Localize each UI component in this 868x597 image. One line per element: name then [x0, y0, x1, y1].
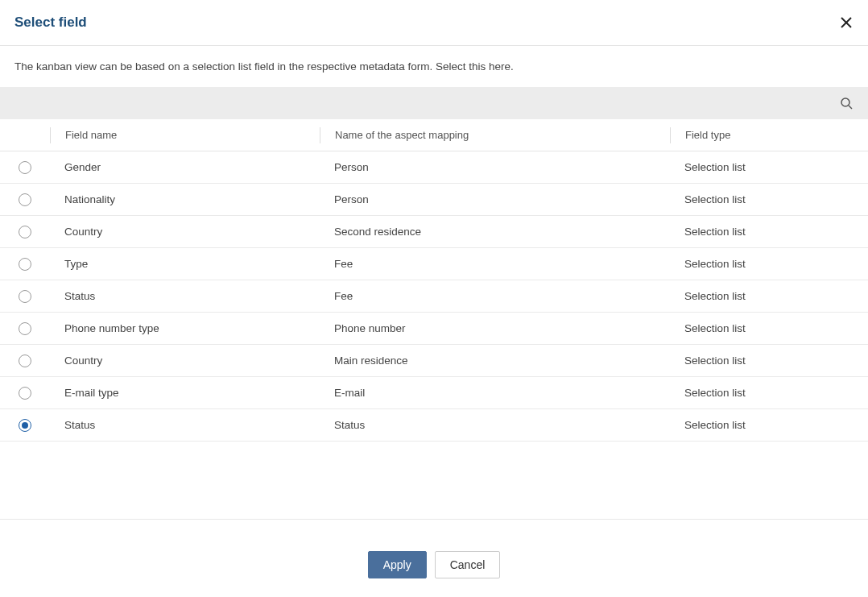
table-row[interactable]: StatusStatusSelection list	[0, 409, 868, 442]
cell-aspect: Person	[320, 161, 670, 173]
table-header: Field name Name of the aspect mapping Fi…	[0, 119, 868, 151]
cell-fieldtype: Selection list	[670, 322, 868, 334]
cell-fieldname: Country	[50, 354, 320, 367]
cell-fieldtype: Selection list	[670, 193, 868, 205]
table-row[interactable]: E-mail typeE-mailSelection list	[0, 377, 868, 409]
apply-button[interactable]: Apply	[368, 551, 427, 578]
cell-fieldname: Country	[50, 226, 320, 238]
radio-button[interactable]	[19, 161, 31, 174]
radio-cell	[0, 161, 50, 174]
cell-fieldname: Gender	[50, 161, 320, 173]
radio-cell	[0, 193, 50, 206]
column-header-fieldtype: Field type	[670, 127, 868, 143]
cell-aspect: Person	[320, 193, 670, 205]
cell-aspect: Fee	[320, 258, 670, 270]
footer-separator	[0, 519, 868, 520]
cell-aspect: Main residence	[320, 354, 670, 367]
radio-cell	[0, 354, 50, 367]
cell-fieldtype: Selection list	[670, 226, 868, 238]
radio-button[interactable]	[19, 193, 31, 206]
dialog-header: Select field	[0, 0, 868, 46]
table-row[interactable]: StatusFeeSelection list	[0, 280, 868, 313]
table-row[interactable]: GenderPersonSelection list	[0, 151, 868, 184]
cancel-button[interactable]: Cancel	[435, 551, 501, 578]
dialog-description: The kanban view can be based on a select…	[0, 46, 868, 87]
cell-fieldname: Status	[50, 419, 320, 431]
search-icon[interactable]	[839, 96, 854, 110]
cell-aspect: Fee	[320, 290, 670, 302]
radio-button[interactable]	[19, 290, 31, 303]
cell-fieldname: Status	[50, 290, 320, 302]
table-row[interactable]: CountryMain residenceSelection list	[0, 345, 868, 377]
cell-fieldname: Type	[50, 258, 320, 270]
table-body: GenderPersonSelection listNationalityPer…	[0, 151, 868, 442]
close-icon[interactable]	[839, 15, 854, 30]
dialog-title: Select field	[14, 15, 87, 31]
radio-cell	[0, 226, 50, 238]
cell-fieldtype: Selection list	[670, 290, 868, 302]
cell-fieldtype: Selection list	[670, 387, 868, 399]
search-bar	[0, 87, 868, 119]
cell-fieldname: E-mail type	[50, 387, 320, 399]
cell-fieldtype: Selection list	[670, 354, 868, 367]
table-row[interactable]: Phone number typePhone numberSelection l…	[0, 313, 868, 345]
cell-aspect: Status	[320, 419, 670, 431]
radio-button[interactable]	[19, 419, 31, 432]
cell-aspect: Second residence	[320, 226, 670, 238]
cell-fieldtype: Selection list	[670, 258, 868, 270]
cell-aspect: E-mail	[320, 387, 670, 399]
radio-cell	[0, 258, 50, 271]
cell-fieldtype: Selection list	[670, 419, 868, 431]
svg-point-2	[841, 98, 849, 106]
table-row[interactable]: TypeFeeSelection list	[0, 248, 868, 280]
column-header-fieldname: Field name	[50, 127, 320, 143]
cell-fieldname: Phone number type	[50, 322, 320, 334]
table-row[interactable]: NationalityPersonSelection list	[0, 184, 868, 216]
radio-button[interactable]	[19, 226, 31, 238]
cell-fieldtype: Selection list	[670, 161, 868, 173]
radio-cell	[0, 290, 50, 303]
radio-cell	[0, 322, 50, 335]
radio-button[interactable]	[19, 387, 31, 400]
svg-line-3	[849, 106, 852, 109]
radio-cell	[0, 387, 50, 400]
cell-aspect: Phone number	[320, 322, 670, 334]
radio-cell	[0, 419, 50, 432]
table-row[interactable]: CountrySecond residenceSelection list	[0, 216, 868, 248]
radio-button[interactable]	[19, 258, 31, 271]
column-header-aspect: Name of the aspect mapping	[320, 127, 670, 143]
dialog-footer: Apply Cancel	[0, 533, 868, 597]
radio-button[interactable]	[19, 354, 31, 367]
radio-button[interactable]	[19, 322, 31, 335]
cell-fieldname: Nationality	[50, 193, 320, 205]
